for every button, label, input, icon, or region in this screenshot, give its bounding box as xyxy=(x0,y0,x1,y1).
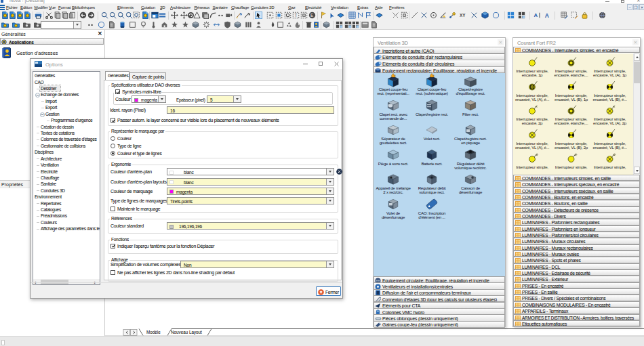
svg-text:XY: XY xyxy=(460,13,466,18)
svg-text:Nouveau Layout: Nouveau Layout xyxy=(171,330,202,335)
svg-text:E: E xyxy=(310,13,313,18)
svg-text:T: T xyxy=(294,13,297,18)
svg-text:A: A xyxy=(545,12,549,19)
svg-text:Modèle: Modèle xyxy=(146,330,161,334)
svg-text:A: A xyxy=(534,12,538,18)
